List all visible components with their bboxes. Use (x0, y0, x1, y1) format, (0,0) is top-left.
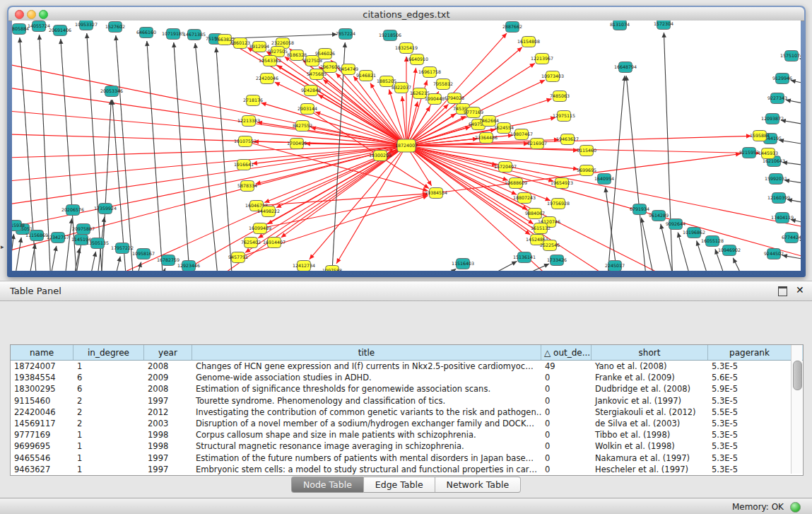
table-row[interactable]: 1830029562008Estimation of significance … (11, 383, 803, 395)
table-row[interactable]: 969969511998Structural magnetic resonanc… (11, 440, 803, 452)
edge-arrowhead (413, 68, 418, 73)
graph-node-label: 12923446 (177, 263, 200, 268)
graph-node-label: 1572304 (654, 21, 673, 26)
table-row[interactable]: 1456911722003Disruption of a novel membe… (11, 418, 803, 429)
edge-arrowhead (604, 187, 608, 192)
table-cell: 2 (73, 407, 144, 418)
graph-node-label: 10196862 (683, 230, 705, 235)
tab-network-table[interactable]: Network Table (435, 477, 522, 493)
edge-arrowhead (799, 58, 801, 62)
graph-node-label: 9546026 (315, 51, 335, 56)
edge-arrowhead (451, 269, 457, 271)
table-row[interactable]: 2242004622012Investigating the contribut… (11, 407, 803, 418)
table-cell: 9115460 (11, 395, 73, 407)
graph-node-label: 1097588 (322, 268, 342, 271)
table-cell: 2009 (144, 372, 192, 383)
graph-node-label: 1700496 (287, 141, 307, 146)
graph-node-label: 8860123 (230, 40, 250, 45)
network-canvas[interactable]: 9805884140557242069140610953327152760264… (12, 21, 801, 271)
edge-arrowhead (640, 218, 645, 223)
table-header-row: namein_degreeyeartitle△ out_de...shortpa… (11, 345, 803, 361)
table-cell: 0 (541, 372, 592, 383)
column-header-title[interactable]: title (192, 345, 541, 360)
table-cell: 2 (73, 395, 144, 407)
graph-node-label: 10807467 (510, 132, 533, 136)
panel-collapse-arrow-icon[interactable]: ▸ (1, 243, 4, 250)
graph-node-label: 9614289 (649, 213, 669, 218)
graph-node-label: 16961758 (418, 69, 441, 74)
graph-node-label: 10953327 (75, 22, 98, 27)
edge-arrowhead (423, 195, 428, 199)
graph-edge (607, 76, 625, 271)
tab-edge-table[interactable]: Edge Table (364, 477, 435, 493)
edge-arrowhead (258, 233, 264, 238)
table-cell: 2012 (144, 407, 192, 418)
table-cell: 1997 (144, 452, 192, 464)
table-row[interactable]: 1938455462009Genome-wide association stu… (11, 372, 803, 383)
table-cell: Franke et al. (2009) (592, 372, 708, 383)
graph-edge (641, 218, 655, 271)
graph-node-label: 12412734 (293, 263, 315, 268)
graph-node-label: 9457791 (228, 255, 248, 259)
edge-arrowhead (677, 233, 681, 238)
graph-node-label: 12975115 (553, 113, 575, 118)
memory-status-label: Memory: OK (732, 502, 784, 512)
network-view[interactable]: 9805884140557242069140610953327152760264… (12, 21, 801, 271)
table-cell: 5.3E-5 (708, 361, 792, 372)
graph-node-label: 20691406 (49, 28, 71, 33)
graph-node-label: 19463627 (556, 136, 579, 141)
table-scrollbar[interactable] (791, 345, 802, 474)
graph-node-label: 9146821 (356, 73, 376, 78)
graph-node-label: 11156869 (25, 233, 48, 238)
table-row[interactable]: 946362711997Embryonic stem cells: a mode… (11, 464, 803, 475)
table-cell: 5.3E-5 (708, 418, 792, 429)
close-panel-icon[interactable]: ✕ (796, 284, 804, 296)
graph-node-label: 2887662 (502, 24, 522, 29)
graph-node-label: 10719185 (162, 31, 184, 36)
graph-edge (12, 234, 14, 271)
edge-arrowhead (18, 37, 22, 42)
window-titlebar[interactable]: citations_edges.txt (8, 7, 804, 21)
graph-node-label: 18724007 (395, 143, 418, 148)
table-cell: 9777169 (11, 429, 73, 440)
scrollbar-thumb[interactable] (793, 361, 802, 390)
table-cell: 0 (541, 418, 592, 429)
edge-arrowhead (427, 180, 431, 186)
table-cell: 9463627 (11, 464, 73, 475)
table-panel-title: Table Panel (10, 286, 61, 296)
table-row[interactable]: 1872400712008Changes of HCN gene express… (11, 361, 803, 372)
graph-node-label: 1615132 (531, 226, 551, 230)
table-cell: 0 (541, 440, 592, 452)
table-row[interactable]: 911546021997Tourette syndrome. Phenomeno… (11, 395, 803, 407)
graph-node-label: 16782759 (157, 257, 180, 262)
graph-node-label: 1527602 (105, 24, 125, 29)
tab-node-table[interactable]: Node Table (291, 477, 364, 493)
graph-node-label: 18325419 (395, 45, 418, 50)
table-cell: 1 (73, 440, 144, 452)
column-header-in_degree[interactable]: in_degree (73, 345, 144, 360)
column-header-year[interactable]: year (144, 345, 192, 360)
table-body: 1872400712008Changes of HCN gene express… (11, 361, 803, 475)
table-cell: 19384554 (11, 372, 73, 383)
graph-node-label: 10688609 (505, 180, 527, 185)
graph-node-label: 7955812 (433, 81, 453, 86)
table-row[interactable]: 977716911998Corpus callosum shape and si… (11, 429, 803, 440)
graph-node-label: 6791934 (630, 206, 649, 211)
float-panel-icon[interactable] (778, 286, 787, 296)
column-header-out_de[interactable]: △ out_de... (541, 345, 592, 360)
column-header-pagerank[interactable]: pagerank (708, 345, 792, 360)
graph-node-label: 2903144 (298, 106, 317, 111)
graph-edge (475, 262, 517, 271)
edge-arrowhead (529, 63, 535, 67)
graph-node-label: 1624554 (494, 125, 514, 130)
graph-node-label: 12093872 (761, 116, 784, 121)
network-window: citations_edges.txt 98058841405572420691… (7, 6, 806, 277)
graph-node-label: 8131074 (610, 22, 630, 27)
table-cell: 0 (541, 452, 592, 464)
graph-node-label: 15992031 (765, 176, 787, 181)
table-row[interactable]: 946554611997Estimation of the future num… (11, 452, 803, 464)
graph-node-label: 19218506 (379, 33, 401, 37)
column-header-name[interactable]: name (11, 345, 73, 360)
edge-arrowhead (102, 217, 106, 222)
column-header-short[interactable]: short (592, 345, 708, 360)
